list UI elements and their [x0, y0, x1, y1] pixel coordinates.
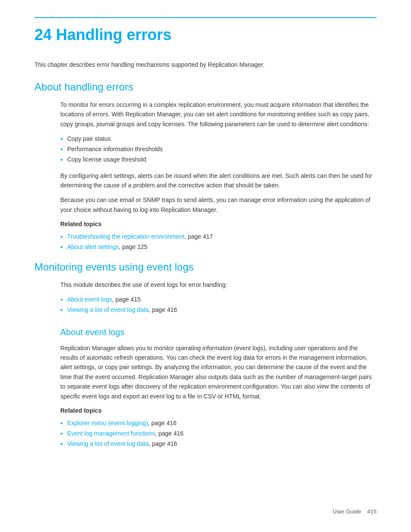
related-topics-label-2: Related topics [60, 407, 377, 414]
about-handling-errors-para2: By configuring alert settings, alerts ca… [60, 171, 377, 190]
about-handling-errors-bullets: Copy pair status Performance information… [60, 134, 377, 165]
page: 24 Handling errors This chapter describe… [0, 0, 411, 532]
bullet-performance-thresholds: Performance information thresholds [60, 144, 377, 155]
intro-paragraph: This chapter describes error handling me… [34, 61, 377, 68]
footer-label: User Guide 415 [333, 508, 377, 515]
link-event-log-management-functions[interactable]: Event log management functions [67, 430, 155, 437]
monitoring-events-bullets: About event logs, page 415 Viewing a lis… [60, 295, 377, 315]
top-rule [34, 17, 377, 18]
related-link-event-log-management: Event log management functions, page 416 [60, 429, 377, 439]
section-title-about-handling-errors: About handling errors [34, 81, 377, 93]
related-link-viewing-list-event-log: Viewing a list of event log data, page 4… [60, 439, 377, 449]
section-content-monitoring-events: This module describes the use of event l… [60, 280, 377, 449]
link-viewing-event-log-data[interactable]: Viewing a list of event log data [67, 306, 149, 313]
bullet-copy-license-usage: Copy license usage threshold [60, 155, 377, 165]
section-about-handling-errors: About handling errors To monitor for err… [34, 81, 377, 252]
about-event-logs-para1: Replication Manager allows you to monito… [60, 343, 377, 401]
bullet-copy-pair-status: Copy pair status [60, 134, 377, 144]
related-topics-list-2: Explorer menu (event logging), page 416 … [60, 418, 377, 449]
link-troubleshooting-replication[interactable]: Troubleshooting the replication environm… [67, 233, 184, 240]
chapter-title: 24 Handling errors [34, 26, 377, 44]
monitoring-events-para1: This module describes the use of event l… [60, 280, 377, 289]
section-monitoring-events: Monitoring events using event logs This … [34, 261, 377, 449]
related-topics-list-1: Troubleshooting the replication environm… [60, 232, 377, 252]
related-link-alert-settings: About alert settings, page 125 [60, 242, 377, 252]
link-explorer-menu-event-logging[interactable]: Explorer menu (event logging) [67, 420, 148, 426]
related-link-viewing-event-log-data: Viewing a list of event log data, page 4… [60, 305, 377, 315]
link-about-alert-settings[interactable]: About alert settings [67, 243, 119, 250]
link-viewing-list-event-log-data[interactable]: Viewing a list of event log data [67, 440, 149, 447]
link-about-event-logs[interactable]: About event logs [67, 296, 112, 303]
section-content-about-handling-errors: To monitor for errors occurring in a com… [60, 100, 377, 252]
subsection-about-event-logs: About event logs Replication Manager all… [60, 327, 377, 449]
subsection-title-about-event-logs: About event logs [60, 327, 377, 337]
page-footer: User Guide 415 [333, 508, 377, 515]
about-handling-errors-para1: To monitor for errors occurring in a com… [60, 100, 377, 129]
about-handling-errors-para3: Because you can use email or SNMP traps … [60, 195, 377, 215]
related-link-troubleshooting: Troubleshooting the replication environm… [60, 232, 377, 242]
related-link-explorer-menu: Explorer menu (event logging), page 416 [60, 418, 377, 429]
related-topics-label-1: Related topics [60, 221, 377, 227]
section-title-monitoring-events: Monitoring events using event logs [34, 261, 377, 273]
related-link-about-event-logs: About event logs, page 415 [60, 295, 377, 305]
